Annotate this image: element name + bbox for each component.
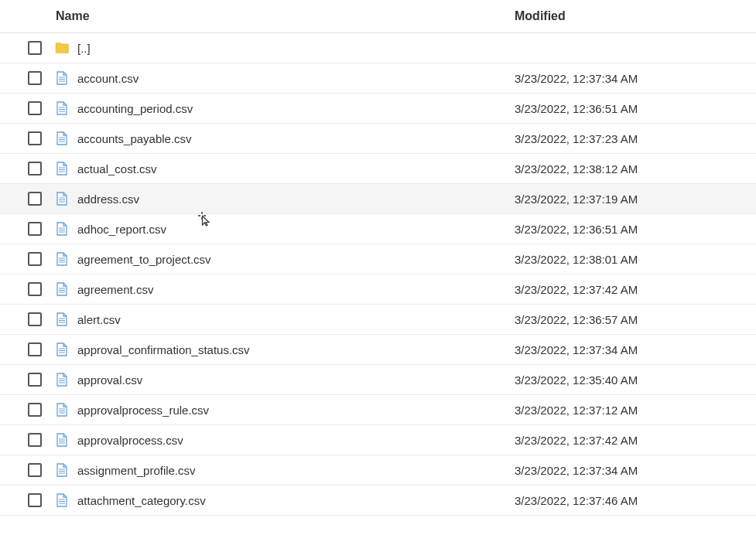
file-icon [53,282,71,296]
file-name: attachment_category.csv [77,494,508,507]
row-checkbox[interactable] [28,41,42,55]
parent-folder-row[interactable]: [..] [0,33,756,63]
table-row[interactable]: alert.csv3/23/2022, 12:36:57 AM [0,305,756,335]
row-checkbox[interactable] [28,162,42,175]
file-modified: 3/23/2022, 12:37:12 AM [508,404,756,417]
file-icon [53,162,71,175]
column-header-name[interactable]: Name [29,9,508,23]
file-name: assignment_profile.csv [77,464,508,477]
file-name: adhoc_report.csv [77,223,508,236]
file-modified: 3/23/2022, 12:37:46 AM [508,494,756,507]
file-icon [53,222,71,236]
row-checkbox[interactable] [28,71,42,85]
table-row[interactable]: address.csv3/23/2022, 12:37:19 AM [0,184,756,214]
row-checkbox[interactable] [28,282,42,296]
file-name: accounts_payable.csv [77,132,508,145]
file-modified: 3/23/2022, 12:37:19 AM [508,193,756,206]
file-icon [53,463,71,477]
row-checkbox[interactable] [28,342,42,356]
file-modified: 3/23/2022, 12:37:42 AM [508,434,756,447]
file-name: approvalprocess_rule.csv [77,404,508,417]
file-modified: 3/23/2022, 12:36:51 AM [508,223,756,236]
file-name: approval_confirmation_status.csv [77,343,508,356]
file-name: address.csv [77,193,508,206]
file-icon [53,373,71,387]
table-row[interactable]: approvalprocess.csv3/23/2022, 12:37:42 A… [0,425,756,455]
table-row[interactable]: approval.csv3/23/2022, 12:35:40 AM [0,365,756,395]
file-modified: 3/23/2022, 12:36:51 AM [508,102,756,115]
file-modified: 3/23/2022, 12:37:34 AM [508,464,756,477]
row-checkbox[interactable] [28,222,42,236]
file-name: accounting_period.csv [77,102,508,115]
column-header-modified[interactable]: Modified [508,9,756,23]
row-checkbox[interactable] [28,192,42,206]
table-row[interactable]: adhoc_report.csv3/23/2022, 12:36:51 AM [0,214,756,244]
file-icon [53,403,71,417]
file-icon [53,131,71,145]
row-checkbox[interactable] [28,312,42,326]
table-row[interactable]: actual_cost.csv3/23/2022, 12:38:12 AM [0,154,756,184]
file-name: approvalprocess.csv [77,434,508,447]
file-name: agreement.csv [77,283,508,296]
table-row[interactable]: approval_confirmation_status.csv3/23/202… [0,335,756,365]
file-icon [53,101,71,115]
file-icon [53,71,71,85]
table-row[interactable]: agreement_to_project.csv3/23/2022, 12:38… [0,244,756,274]
folder-icon [53,43,71,53]
table-row[interactable]: agreement.csv3/23/2022, 12:37:42 AM [0,274,756,305]
file-modified: 3/23/2022, 12:36:57 AM [508,313,756,326]
file-icon [53,433,71,447]
file-modified: 3/23/2022, 12:38:12 AM [508,162,756,175]
table-row[interactable]: approvalprocess_rule.csv3/23/2022, 12:37… [0,395,756,425]
table-row[interactable]: attachment_category.csv3/23/2022, 12:37:… [0,486,756,516]
file-icon [53,192,71,206]
row-checkbox[interactable] [28,463,42,477]
file-modified: 3/23/2022, 12:37:34 AM [508,72,756,85]
file-icon [53,252,71,266]
row-checkbox[interactable] [28,252,42,266]
file-name: approval.csv [77,373,508,387]
table-row[interactable]: accounting_period.csv3/23/2022, 12:36:51… [0,94,756,124]
file-table: Name Modified [..] account.csv3/23/2022,… [0,0,756,516]
row-checkbox[interactable] [28,373,42,387]
file-icon [53,312,71,326]
table-row[interactable]: accounts_payable.csv3/23/2022, 12:37:23 … [0,124,756,154]
table-row[interactable]: assignment_profile.csv3/23/2022, 12:37:3… [0,455,756,486]
file-modified: 3/23/2022, 12:38:01 AM [508,253,756,266]
file-name: agreement_to_project.csv [77,253,508,266]
row-checkbox[interactable] [28,131,42,145]
file-name: alert.csv [77,313,508,326]
table-header: Name Modified [0,0,756,33]
file-icon [53,342,71,356]
file-modified: 3/23/2022, 12:37:34 AM [508,343,756,356]
file-name: account.csv [77,72,508,85]
parent-folder-label: [..] [77,42,508,55]
file-modified: 3/23/2022, 12:35:40 AM [508,373,756,387]
file-modified: 3/23/2022, 12:37:42 AM [508,283,756,296]
row-checkbox[interactable] [28,493,42,507]
file-name: actual_cost.csv [77,162,508,175]
row-checkbox[interactable] [28,101,42,115]
row-checkbox[interactable] [28,433,42,447]
row-checkbox[interactable] [28,403,42,417]
table-row[interactable]: account.csv3/23/2022, 12:37:34 AM [0,63,756,94]
file-icon [53,493,71,507]
file-modified: 3/23/2022, 12:37:23 AM [508,132,756,145]
